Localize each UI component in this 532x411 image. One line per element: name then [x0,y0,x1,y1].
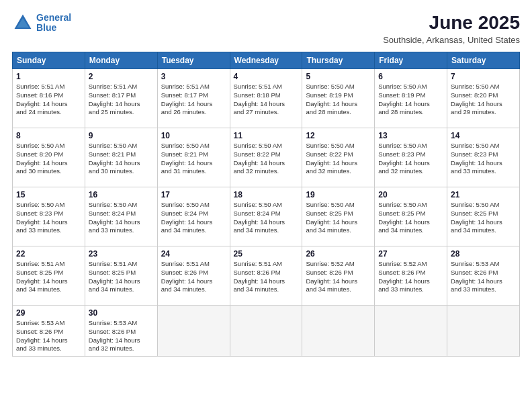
day-info: Sunrise: 5:53 AMSunset: 8:26 PMDaylight:… [451,260,516,294]
day-cell: 1Sunrise: 5:51 AMSunset: 8:16 PMDaylight… [13,69,85,128]
day-cell: 9Sunrise: 5:50 AMSunset: 8:21 PMDaylight… [85,128,157,187]
logo-line1: General [36,12,71,23]
day-info: Sunrise: 5:50 AMSunset: 8:25 PMDaylight:… [378,201,443,235]
day-cell [447,306,520,357]
day-number: 25 [234,249,299,259]
day-cell: 6Sunrise: 5:50 AMSunset: 8:19 PMDaylight… [375,69,447,128]
col-sunday: Sunday [13,52,85,69]
main-title: June 2025 [383,12,520,34]
day-cell: 28Sunrise: 5:53 AMSunset: 8:26 PMDayligh… [447,246,520,306]
day-cell: 25Sunrise: 5:51 AMSunset: 8:26 PMDayligh… [230,246,302,306]
day-cell: 5Sunrise: 5:50 AMSunset: 8:19 PMDaylight… [302,69,375,128]
day-cell: 22Sunrise: 5:51 AMSunset: 8:25 PMDayligh… [13,246,85,306]
day-cell: 15Sunrise: 5:50 AMSunset: 8:23 PMDayligh… [13,187,85,246]
logo-line2: Blue [36,22,56,33]
day-cell: 4Sunrise: 5:51 AMSunset: 8:18 PMDaylight… [230,69,302,128]
day-number: 28 [451,249,516,259]
day-number: 16 [89,190,154,199]
day-number: 26 [306,249,371,259]
day-number: 1 [16,72,81,81]
page: General Blue June 2025 Southside, Arkans… [0,0,532,411]
day-number: 3 [161,72,226,81]
day-cell: 27Sunrise: 5:52 AMSunset: 8:26 PMDayligh… [375,246,447,306]
day-cell: 24Sunrise: 5:51 AMSunset: 8:26 PMDayligh… [157,246,230,306]
day-cell: 19Sunrise: 5:50 AMSunset: 8:25 PMDayligh… [302,187,375,246]
day-info: Sunrise: 5:53 AMSunset: 8:26 PMDaylight:… [16,319,81,353]
day-number: 14 [451,131,516,140]
day-cell [157,306,230,357]
day-cell: 7Sunrise: 5:50 AMSunset: 8:20 PMDaylight… [447,69,520,128]
header: General Blue June 2025 Southside, Arkans… [12,12,520,45]
logo: General Blue [12,12,71,34]
day-number: 12 [306,131,371,140]
subtitle: Southside, Arkansas, United States [383,35,520,45]
title-block: June 2025 Southside, Arkansas, United St… [383,12,520,45]
day-info: Sunrise: 5:50 AMSunset: 8:20 PMDaylight:… [451,83,516,117]
col-wednesday: Wednesday [230,52,302,69]
day-info: Sunrise: 5:50 AMSunset: 8:25 PMDaylight:… [451,201,516,235]
day-info: Sunrise: 5:50 AMSunset: 8:21 PMDaylight:… [161,142,226,176]
day-info: Sunrise: 5:50 AMSunset: 8:24 PMDaylight:… [161,201,226,235]
header-row: Sunday Monday Tuesday Wednesday Thursday… [13,52,520,69]
day-number: 27 [378,249,443,259]
day-info: Sunrise: 5:51 AMSunset: 8:26 PMDaylight:… [234,260,299,294]
day-cell: 18Sunrise: 5:50 AMSunset: 8:24 PMDayligh… [230,187,302,246]
col-saturday: Saturday [447,52,520,69]
day-info: Sunrise: 5:50 AMSunset: 8:20 PMDaylight:… [16,142,81,176]
day-number: 7 [451,72,516,81]
day-info: Sunrise: 5:50 AMSunset: 8:25 PMDaylight:… [306,201,371,235]
day-info: Sunrise: 5:50 AMSunset: 8:19 PMDaylight:… [306,83,371,117]
day-cell: 13Sunrise: 5:50 AMSunset: 8:23 PMDayligh… [375,128,447,187]
col-thursday: Thursday [302,52,375,69]
day-info: Sunrise: 5:50 AMSunset: 8:24 PMDaylight:… [234,201,299,235]
day-number: 22 [16,249,81,259]
day-info: Sunrise: 5:50 AMSunset: 8:22 PMDaylight:… [234,142,299,176]
day-number: 5 [306,72,371,81]
day-number: 19 [306,190,371,199]
day-info: Sunrise: 5:51 AMSunset: 8:18 PMDaylight:… [234,83,299,117]
day-cell: 21Sunrise: 5:50 AMSunset: 8:25 PMDayligh… [447,187,520,246]
day-cell: 11Sunrise: 5:50 AMSunset: 8:22 PMDayligh… [230,128,302,187]
day-cell: 20Sunrise: 5:50 AMSunset: 8:25 PMDayligh… [375,187,447,246]
day-number: 30 [89,308,154,318]
day-number: 18 [234,190,299,199]
day-info: Sunrise: 5:52 AMSunset: 8:26 PMDaylight:… [306,260,371,294]
day-cell: 17Sunrise: 5:50 AMSunset: 8:24 PMDayligh… [157,187,230,246]
day-cell: 30Sunrise: 5:53 AMSunset: 8:26 PMDayligh… [85,306,157,357]
day-number: 29 [16,308,81,318]
day-cell: 14Sunrise: 5:50 AMSunset: 8:23 PMDayligh… [447,128,520,187]
day-info: Sunrise: 5:50 AMSunset: 8:21 PMDaylight:… [89,142,154,176]
day-cell: 23Sunrise: 5:51 AMSunset: 8:25 PMDayligh… [85,246,157,306]
col-friday: Friday [375,52,447,69]
day-cell: 26Sunrise: 5:52 AMSunset: 8:26 PMDayligh… [302,246,375,306]
day-info: Sunrise: 5:51 AMSunset: 8:17 PMDaylight:… [161,83,226,117]
day-info: Sunrise: 5:53 AMSunset: 8:26 PMDaylight:… [89,319,154,353]
day-number: 24 [161,249,226,259]
day-cell: 2Sunrise: 5:51 AMSunset: 8:17 PMDaylight… [85,69,157,128]
day-info: Sunrise: 5:51 AMSunset: 8:25 PMDaylight:… [89,260,154,294]
day-cell: 29Sunrise: 5:53 AMSunset: 8:26 PMDayligh… [13,306,85,357]
day-info: Sunrise: 5:50 AMSunset: 8:23 PMDaylight:… [378,142,443,176]
day-number: 10 [161,131,226,140]
day-cell: 10Sunrise: 5:50 AMSunset: 8:21 PMDayligh… [157,128,230,187]
logo-text: General Blue [36,13,71,34]
day-number: 17 [161,190,226,199]
day-number: 11 [234,131,299,140]
calendar-table: Sunday Monday Tuesday Wednesday Thursday… [12,52,520,357]
day-info: Sunrise: 5:50 AMSunset: 8:22 PMDaylight:… [306,142,371,176]
day-info: Sunrise: 5:51 AMSunset: 8:16 PMDaylight:… [16,83,81,117]
day-info: Sunrise: 5:50 AMSunset: 8:19 PMDaylight:… [378,83,443,117]
day-number: 4 [234,72,299,81]
day-info: Sunrise: 5:51 AMSunset: 8:26 PMDaylight:… [161,260,226,294]
day-number: 8 [16,131,81,140]
day-cell: 8Sunrise: 5:50 AMSunset: 8:20 PMDaylight… [13,128,85,187]
day-info: Sunrise: 5:50 AMSunset: 8:24 PMDaylight:… [89,201,154,235]
day-number: 9 [89,131,154,140]
day-number: 21 [451,190,516,199]
day-number: 6 [378,72,443,81]
day-info: Sunrise: 5:51 AMSunset: 8:17 PMDaylight:… [89,83,154,117]
day-cell: 12Sunrise: 5:50 AMSunset: 8:22 PMDayligh… [302,128,375,187]
day-number: 15 [16,190,81,199]
day-number: 23 [89,249,154,259]
day-number: 20 [378,190,443,199]
